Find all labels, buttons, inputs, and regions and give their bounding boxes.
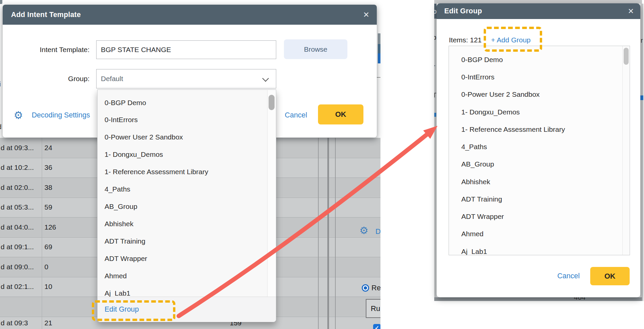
- group-list: 0-BGP Demo 0-IntErrors 0-Power User 2 Sa…: [449, 46, 630, 255]
- dropdown-option[interactable]: ADT Wrapper: [98, 254, 272, 263]
- gear-icon[interactable]: ⚙: [14, 110, 23, 120]
- row-value: 21: [44, 317, 52, 329]
- blue-fragment: [434, 113, 436, 117]
- group-list-item[interactable]: AB_Group: [449, 160, 628, 169]
- row-label: d at 09:3...: [1, 138, 34, 157]
- background-fragment: [378, 33, 380, 44]
- row-value: 38: [44, 178, 52, 197]
- row-value: 10: [44, 277, 52, 297]
- cancel-button[interactable]: Cancel: [283, 106, 309, 124]
- intent-template-value: BGP STATE CHANGE: [101, 46, 171, 54]
- row-label: d at 02:1...: [1, 277, 34, 297]
- dialog-header: Edit Group ✕: [437, 3, 640, 19]
- group-list-item[interactable]: 1- Dongxu_Demos: [449, 108, 628, 116]
- group-dropdown-panel: 0-BGP Demo 0-IntErrors 0-Power User 2 Sa…: [97, 89, 276, 322]
- blue-fragment: [640, 95, 643, 100]
- row-label: d at 10:2...: [1, 158, 34, 178]
- dropdown-option[interactable]: ADT Training: [98, 237, 272, 246]
- background-fragment: [378, 44, 380, 53]
- column-divider: [42, 138, 42, 329]
- group-list-item[interactable]: 0-BGP Demo: [449, 55, 628, 64]
- radio-dot: [364, 286, 367, 290]
- cancel-button[interactable]: Cancel: [555, 267, 582, 285]
- screenshot-canvas: t li d d at 09:3... 24 d at 10:2... 36 d…: [0, 0, 644, 329]
- rule-input[interactable]: Ru: [366, 299, 380, 318]
- row-value: 126: [44, 217, 56, 237]
- settings-link-fragment[interactable]: D: [375, 227, 380, 236]
- group-list-item[interactable]: ADT Training: [449, 195, 628, 204]
- chevron-down-icon: [262, 75, 269, 82]
- decoding-settings-link[interactable]: Decoding Settings: [32, 106, 90, 124]
- scrollbar[interactable]: [622, 46, 630, 255]
- ok-button[interactable]: OK: [590, 267, 630, 285]
- group-list-item[interactable]: ADT Wrapper: [449, 212, 628, 221]
- dropdown-option[interactable]: AB_Group: [98, 202, 272, 211]
- row-label: d at 02:0...: [1, 178, 34, 197]
- box-fragment: [434, 93, 435, 97]
- group-list-item[interactable]: Aj_Lab1: [449, 247, 628, 255]
- group-list-item[interactable]: Abhishek: [449, 178, 628, 186]
- ok-button[interactable]: OK: [318, 104, 363, 124]
- edge-letter: r: [641, 37, 643, 44]
- edge-letter: li: [0, 80, 1, 88]
- clipped-number: 404: [574, 297, 586, 301]
- row-label: d at 09:1...: [1, 237, 34, 257]
- group-list-item[interactable]: Ahmed: [449, 230, 628, 238]
- group-dropdown-list: 0-BGP Demo 0-IntErrors 0-Power User 2 Sa…: [98, 90, 276, 297]
- panel-splitter[interactable]: [327, 138, 329, 329]
- group-list-item[interactable]: 0-IntErrors: [449, 73, 628, 81]
- dialog-title: Edit Group: [444, 7, 482, 15]
- panel-divider: [318, 138, 319, 329]
- items-count: Items: 121: [449, 36, 482, 44]
- row-value: 0: [44, 257, 48, 277]
- background-strip: o b r: [434, 4, 437, 301]
- radio-selected[interactable]: [362, 284, 369, 292]
- background-fragment: [377, 77, 380, 78]
- dropdown-option[interactable]: 0-IntErrors: [98, 115, 272, 124]
- row-label: d at 04:0...: [1, 217, 34, 237]
- checkbox-checked[interactable]: ✓: [373, 324, 380, 329]
- dropdown-option[interactable]: 0-BGP Demo: [98, 98, 272, 107]
- group-list-item[interactable]: 1- Reference Assessment Library: [449, 125, 628, 134]
- add-group-highlight-box: [484, 27, 542, 52]
- panel-divider: [335, 138, 336, 329]
- edge-letter: r: [434, 63, 435, 71]
- intent-template-label: Intent Template:: [3, 40, 90, 59]
- group-select[interactable]: Default: [96, 69, 276, 88]
- group-label: Group:: [3, 69, 90, 88]
- dialog-header: Add Intent Template ✕: [3, 5, 377, 25]
- clipped-edge-text: t li d: [0, 0, 3, 138]
- close-icon[interactable]: ✕: [363, 10, 369, 19]
- row-value: 36: [44, 158, 52, 178]
- row-value: 59: [44, 198, 52, 217]
- scrollbar-thumb[interactable]: [269, 95, 275, 110]
- row-label: d at 09:0...: [1, 257, 34, 277]
- radio-selected-label: Re: [371, 284, 380, 292]
- dropdown-option[interactable]: Abhishek: [98, 220, 272, 228]
- edit-group-highlight-box: [92, 300, 175, 321]
- dropdown-option[interactable]: 1- Dongxu_Demos: [98, 150, 272, 159]
- check-icon: ✓: [375, 325, 379, 329]
- dropdown-option[interactable]: Ahmed: [98, 272, 272, 280]
- row-value: 24: [44, 138, 52, 157]
- group-list-item[interactable]: 0-Power User 2 Sandbox: [449, 90, 628, 99]
- scrollbar[interactable]: [267, 90, 276, 297]
- dropdown-option[interactable]: 0-Power User 2 Sandbox: [98, 133, 272, 141]
- dropdown-option[interactable]: Aj_Lab1: [98, 289, 272, 297]
- browse-button[interactable]: Browse: [284, 39, 347, 59]
- edge-letter: d: [0, 123, 2, 131]
- edge-letter: o: [434, 8, 437, 15]
- group-list-item[interactable]: 4_Paths: [449, 142, 628, 151]
- row-label: d at 05:3...: [1, 198, 34, 217]
- close-icon[interactable]: ✕: [628, 7, 634, 16]
- dropdown-option[interactable]: 4_Paths: [98, 185, 272, 194]
- dropdown-option[interactable]: 1- Reference Assessment Library: [98, 168, 272, 176]
- dialog-title: Add Intent Template: [11, 11, 81, 19]
- row-label: d at 09:3: [1, 317, 28, 329]
- background-fragment: [378, 53, 380, 63]
- scrollbar-thumb[interactable]: [624, 48, 629, 65]
- background-strip: r: [640, 4, 643, 301]
- intent-template-input[interactable]: BGP STATE CHANGE: [96, 40, 276, 59]
- edge-letter: b: [434, 34, 436, 41]
- gear-icon[interactable]: ⚙: [359, 226, 368, 236]
